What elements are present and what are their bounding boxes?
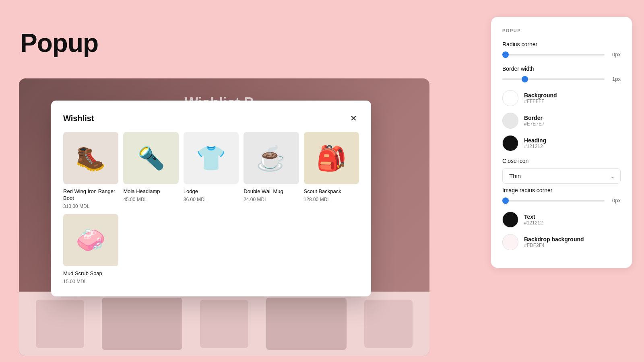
product-image-lodge	[184, 132, 239, 184]
heading-color-swatch	[502, 135, 518, 151]
product-image-backpack	[304, 132, 359, 184]
store-item-1	[36, 300, 84, 348]
store-item-4	[266, 298, 347, 350]
store-item-3	[200, 300, 248, 348]
product-name-boot: Red Wing Iron Ranger Boot	[63, 188, 118, 202]
backdrop-color-row[interactable]: Backdrop background #FDF2F4	[502, 234, 621, 250]
border-width-control: Border width 1px	[502, 66, 621, 82]
border-width-label: Border width	[502, 66, 621, 72]
image-radius-corner-slider-row: 0px	[502, 197, 621, 204]
text-color-label: Text	[524, 214, 543, 220]
border-color-swatch	[502, 113, 518, 129]
radius-corner-slider-row: 0px	[502, 51, 621, 58]
popup-modal-title: Wishlist	[63, 114, 94, 123]
product-card-headlamp: Mola Headlamp 45.00 MDL	[123, 132, 178, 209]
product-card-backpack: Scout Backpack 128.00 MDL	[304, 132, 359, 209]
background-color-swatch	[502, 90, 518, 106]
close-icon-select-wrapper: Thin Regular Bold ⌄	[502, 168, 621, 184]
product-price-boot: 310.00 MDL	[63, 204, 118, 209]
product-card-lodge: Lodge 36.00 MDL	[184, 132, 239, 209]
product-image-boot	[63, 132, 118, 184]
background-color-label: Background	[524, 92, 557, 99]
product-card-soap: Mud Scrub Soap 15.00 MDL	[63, 214, 118, 284]
right-panel: POPUP Radius corner 0px Border width 1px…	[491, 17, 632, 268]
product-price-lodge: 36.00 MDL	[184, 197, 239, 202]
text-color-hex: #121212	[524, 220, 543, 226]
background-color-hex: #FFFFFF	[524, 99, 557, 104]
product-name-backpack: Scout Backpack	[304, 188, 359, 195]
image-radius-corner-label: Image radius corner	[502, 187, 621, 193]
border-color-label: Border	[524, 115, 545, 121]
text-color-info: Text #121212	[524, 214, 543, 226]
background-color-row[interactable]: Background #FFFFFF	[502, 90, 621, 106]
product-image-headlamp	[123, 132, 178, 184]
product-name-lodge: Lodge	[184, 188, 239, 195]
close-icon-control: Close icon Thin Regular Bold ⌄	[502, 158, 621, 184]
border-color-row[interactable]: Border #E7E7E7	[502, 113, 621, 129]
product-name-mug: Double Wall Mug	[244, 188, 299, 195]
border-color-info: Border #E7E7E7	[524, 115, 545, 127]
products-grid-row1: Red Wing Iron Ranger Boot 310.00 MDL Mol…	[63, 132, 359, 209]
heading-color-hex: #121212	[524, 144, 546, 149]
store-item-2	[102, 298, 182, 350]
product-card-mug: Double Wall Mug 24.00 MDL	[244, 132, 299, 209]
background-color-info: Background #FFFFFF	[524, 92, 557, 104]
page-title: Popup	[20, 28, 98, 58]
store-preview-bottom	[19, 292, 429, 356]
radius-corner-slider[interactable]	[502, 54, 605, 56]
backdrop-color-label: Backdrop background	[524, 236, 584, 243]
radius-corner-value: 0px	[609, 51, 621, 58]
heading-color-row[interactable]: Heading #121212	[502, 135, 621, 151]
backdrop-color-info: Backdrop background #FDF2F4	[524, 236, 584, 248]
close-icon: ✕	[350, 114, 357, 122]
text-color-swatch	[502, 212, 518, 228]
text-color-row[interactable]: Text #121212	[502, 212, 621, 228]
heading-color-info: Heading #121212	[524, 137, 546, 149]
border-width-slider[interactable]	[502, 78, 605, 80]
product-price-mug: 24.00 MDL	[244, 197, 299, 202]
image-radius-corner-value: 0px	[609, 197, 621, 204]
radius-corner-label: Radius corner	[502, 41, 621, 47]
product-card-boot: Red Wing Iron Ranger Boot 310.00 MDL	[63, 132, 118, 209]
border-color-hex: #E7E7E7	[524, 121, 545, 127]
product-image-mug	[244, 132, 299, 184]
product-price-backpack: 128.00 MDL	[304, 197, 359, 202]
border-width-slider-row: 1px	[502, 76, 621, 82]
backdrop-color-hex: #FDF2F4	[524, 243, 584, 248]
image-radius-corner-control: Image radius corner 0px	[502, 187, 621, 204]
close-button[interactable]: ✕	[348, 113, 359, 124]
image-radius-corner-slider[interactable]	[502, 200, 605, 202]
heading-color-label: Heading	[524, 137, 546, 144]
product-price-headlamp: 45.00 MDL	[123, 197, 178, 202]
panel-section-title: POPUP	[502, 28, 621, 33]
border-width-value: 1px	[609, 76, 621, 82]
backdrop-color-swatch	[502, 234, 518, 250]
product-image-soap	[63, 214, 118, 266]
popup-header: Wishlist ✕	[63, 113, 359, 124]
product-name-headlamp: Mola Headlamp	[123, 188, 178, 195]
popup-modal: Wishlist ✕ Red Wing Iron Ranger Boot 310…	[51, 101, 371, 296]
products-grid-row2: Mud Scrub Soap 15.00 MDL	[63, 214, 359, 284]
close-icon-select[interactable]: Thin Regular Bold	[502, 168, 621, 184]
close-icon-label: Close icon	[502, 158, 621, 164]
product-price-soap: 15.00 MDL	[63, 279, 118, 284]
product-name-soap: Mud Scrub Soap	[63, 270, 118, 277]
radius-corner-control: Radius corner 0px	[502, 41, 621, 58]
store-item-5	[364, 300, 413, 348]
